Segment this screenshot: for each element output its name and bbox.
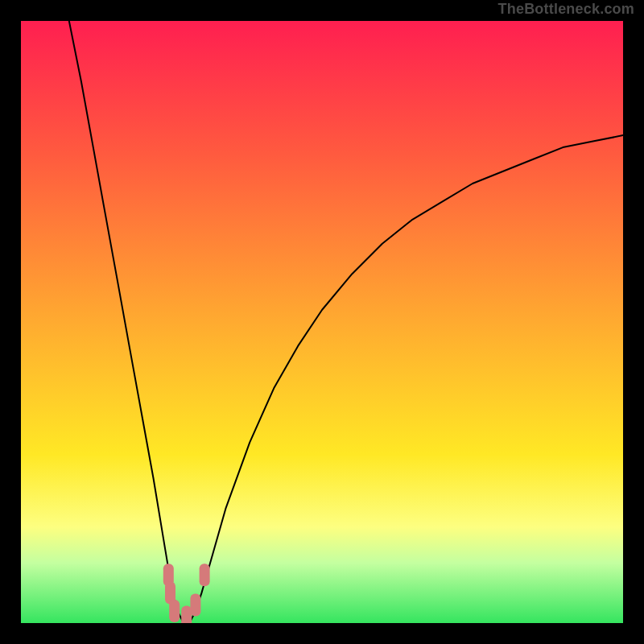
bottleneck-curve (69, 21, 623, 623)
curve-marker (181, 606, 192, 624)
curve-marker (200, 564, 210, 586)
curve-marker (190, 594, 200, 617)
plot-area (21, 21, 623, 623)
chart-frame: TheBottleneck.com (0, 0, 644, 644)
watermark-text: TheBottleneck.com (498, 1, 634, 19)
curve-markers (163, 564, 210, 623)
curve-layer (21, 21, 623, 623)
curve-marker (169, 600, 180, 622)
